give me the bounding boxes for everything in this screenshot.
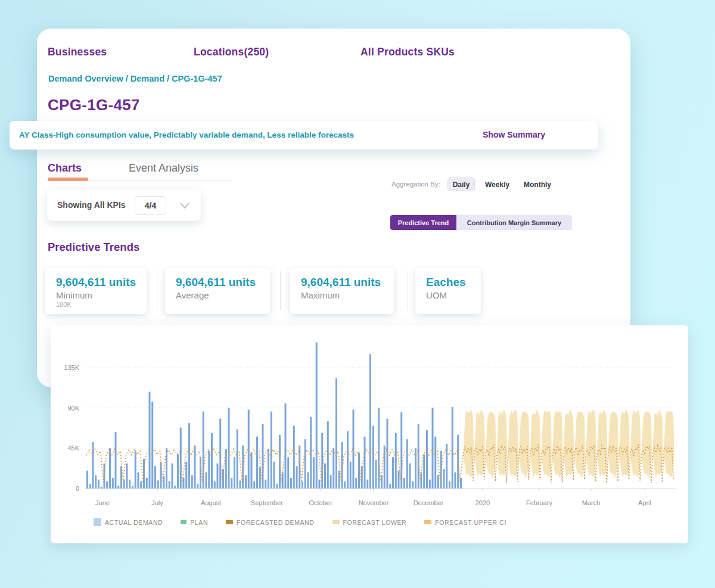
legend-label: PLAN	[190, 519, 208, 526]
svg-text:2020: 2020	[475, 499, 490, 506]
legend-label: FORECAST LOWER	[343, 519, 407, 526]
svg-text:August: August	[201, 499, 221, 506]
active-tab-indicator	[48, 178, 88, 181]
kpi-filter-count: 4/4	[135, 196, 166, 215]
legend-swatch	[424, 520, 431, 524]
tab-charts[interactable]: Charts	[48, 162, 82, 175]
legend-swatch	[94, 518, 101, 526]
toggle-contribution-margin-summary[interactable]: Contribution Margin Summary	[456, 215, 572, 230]
page-title: CPG-1G-457	[48, 96, 140, 114]
svg-text:June: June	[95, 499, 110, 506]
svg-text:45K: 45K	[67, 444, 79, 452]
toggle-predictive-trend[interactable]: Predictive Trend	[390, 215, 456, 230]
svg-text:April: April	[638, 499, 651, 506]
kpi-minimum-note: 180K	[56, 301, 147, 308]
legend-label: ACTUAL DEMAND	[105, 519, 163, 526]
kpi-filter-dropdown[interactable]: Showing All KPIs 4/4	[47, 189, 201, 221]
legend-swatch	[332, 520, 340, 524]
svg-text:October: October	[309, 499, 332, 506]
kpi-card-maximum: 9,604,611 units Maximum	[290, 268, 394, 314]
show-summary-link[interactable]: Show Summary	[483, 130, 545, 139]
kpi-minimum-label: Minimum	[56, 290, 147, 300]
section-title-predictive-trends: Predictive Trends	[48, 241, 139, 254]
demand-chart-card: 045K90K135KJuneJulyAugustSeptemberOctobe…	[51, 325, 688, 543]
svg-text:February: February	[526, 499, 553, 506]
svg-text:December: December	[414, 499, 444, 506]
classification-bar: AY Class-High consumption value, Predict…	[10, 121, 598, 150]
svg-text:135K: 135K	[64, 364, 79, 371]
kpi-separator	[280, 271, 281, 310]
legend-label: FORECASTED DEMAND	[237, 519, 314, 526]
kpi-maximum-label: Maximum	[301, 290, 394, 300]
legend-item-plan[interactable]: PLAN	[181, 519, 208, 526]
kpi-uom-label: UOM	[426, 290, 481, 300]
legend-item-actual-demand[interactable]: ACTUAL DEMAND	[94, 518, 163, 526]
kpi-minimum-value: 9,604,611 units	[56, 276, 147, 289]
aggregation-label: Aggregation By:	[391, 181, 440, 188]
aggregation-daily-label: Daily	[453, 181, 470, 189]
aggregation-daily[interactable]: Daily	[447, 178, 475, 191]
legend-swatch	[226, 520, 233, 524]
kpi-filter-label: Showing All KPIs	[57, 200, 126, 210]
kpi-card-minimum: 9,604,611 units Minimum 180K	[45, 268, 147, 314]
svg-text:March: March	[582, 499, 601, 506]
nav-businesses[interactable]: Businesses	[48, 46, 107, 58]
legend-swatch	[181, 520, 186, 524]
kpi-uom-value: Eaches	[426, 276, 481, 289]
chevron-down-icon[interactable]	[179, 200, 191, 211]
legend-label: FORECAST UPPER CI	[435, 519, 506, 526]
chart-legend: ACTUAL DEMANDPLANFORECASTED DEMANDFORECA…	[94, 518, 506, 526]
kpi-average-value: 9,604,611 units	[176, 276, 270, 289]
aggregation-monthly[interactable]: Monthly	[524, 181, 551, 189]
breadcrumb[interactable]: Demand Overview / Demand / CPG-1G-457	[48, 74, 222, 83]
kpi-card-average: 9,604,611 units Average	[165, 268, 270, 314]
kpi-card-uom: Eaches UOM	[415, 268, 481, 314]
svg-text:September: September	[251, 499, 283, 506]
svg-text:0: 0	[76, 485, 79, 492]
legend-item-forecasted-demand[interactable]: FORECASTED DEMAND	[226, 519, 314, 526]
tab-event-analysis[interactable]: Event Analysis	[129, 162, 198, 175]
kpi-separator	[157, 271, 157, 310]
kpi-average-label: Average	[176, 290, 270, 300]
kpi-maximum-value: 9,604,611 units	[301, 276, 394, 289]
demand-chart: 045K90K135KJuneJulyAugustSeptemberOctobe…	[51, 325, 688, 543]
svg-text:July: July	[151, 499, 163, 506]
nav-locations[interactable]: Locations(250)	[194, 46, 269, 58]
svg-text:November: November	[359, 499, 389, 506]
legend-item-forecast-lower[interactable]: FORECAST LOWER	[332, 519, 407, 526]
classification-text: AY Class-High consumption value, Predict…	[19, 130, 354, 139]
legend-item-forecast-upper-ci[interactable]: FORECAST UPPER CI	[424, 519, 506, 526]
svg-text:90K: 90K	[67, 405, 79, 412]
aggregation-weekly[interactable]: Weekly	[485, 181, 509, 189]
kpi-separator	[408, 271, 408, 310]
nav-all-products-skus[interactable]: All Products SKUs	[360, 46, 455, 58]
